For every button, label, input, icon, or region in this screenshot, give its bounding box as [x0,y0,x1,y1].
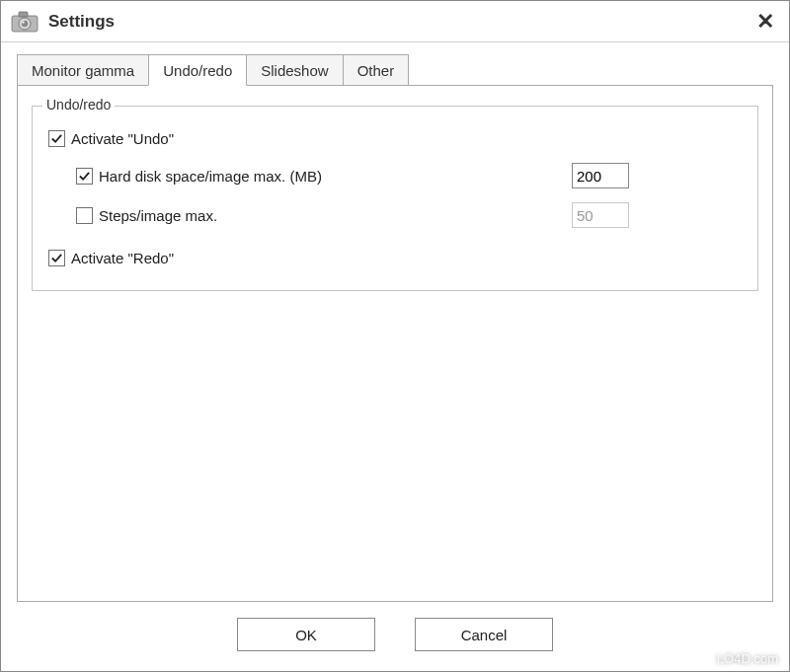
groupbox-legend: Undo/redo [42,97,115,112]
checkmark-icon [50,132,63,145]
input-hard-disk-value[interactable] [572,163,629,188]
content-area: Monitor gamma Undo/redo Slideshow Other … [1,42,789,671]
label-hard-disk: Hard disk space/image max. (MB) [99,168,322,185]
app-icon [11,11,39,33]
undo-sub-options: Hard disk space/image max. (MB) [76,161,742,230]
checkbox-steps[interactable]: Steps/image max. [76,207,217,224]
close-button[interactable]: ✕ [751,8,779,36]
tab-undo-redo[interactable]: Undo/redo [148,54,247,86]
row-steps: Steps/image max. [76,200,742,230]
tab-monitor-gamma[interactable]: Monitor gamma [17,54,149,86]
checkbox-activate-undo[interactable]: Activate "Undo" [48,130,174,147]
label-steps: Steps/image max. [99,207,217,224]
row-activate-redo: Activate "Redo" [48,250,742,266]
checkbox-activate-redo[interactable]: Activate "Redo" [48,250,174,266]
cancel-button[interactable]: Cancel [415,618,553,651]
tab-other[interactable]: Other [343,54,410,86]
settings-window: Settings ✕ Monitor gamma Undo/redo Slide… [0,0,790,672]
checkbox-hard-disk[interactable]: Hard disk space/image max. (MB) [76,168,322,185]
row-hard-disk: Hard disk space/image max. (MB) [76,161,742,190]
tab-panel: Undo/redo Activate "Undo" [17,85,773,602]
label-activate-redo: Activate "Redo" [71,250,174,266]
checkmark-icon [50,252,63,264]
titlebar: Settings ✕ [1,1,789,42]
groupbox-undo-redo: Undo/redo Activate "Undo" [32,106,758,291]
tabs: Monitor gamma Undo/redo Slideshow Other [17,54,773,86]
checkmark-icon [78,170,91,183]
label-activate-undo: Activate "Undo" [71,130,174,147]
row-activate-undo: Activate "Undo" [48,130,742,147]
tab-slideshow[interactable]: Slideshow [246,54,343,86]
window-title: Settings [48,12,751,32]
button-row: OK Cancel [17,602,773,663]
svg-point-4 [22,21,24,23]
svg-rect-1 [19,12,28,17]
ok-button[interactable]: OK [237,618,375,651]
input-steps-value [572,202,629,228]
